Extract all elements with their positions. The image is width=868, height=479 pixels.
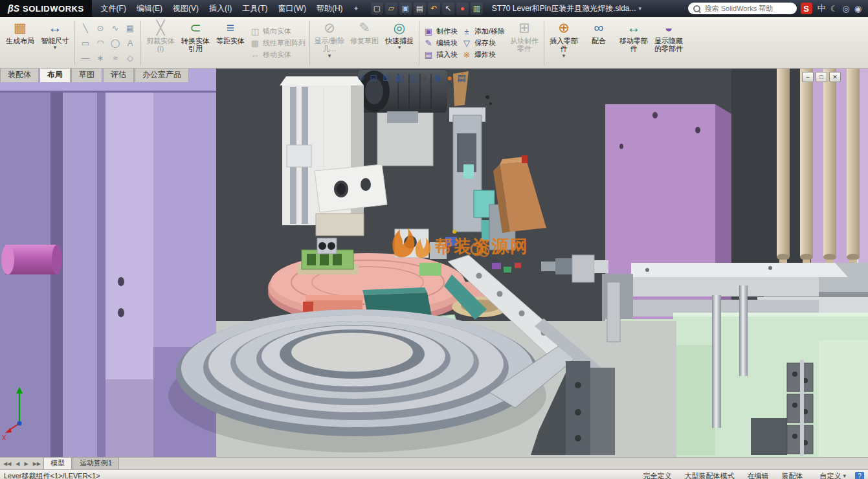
ellipse-icon[interactable]: ◯ xyxy=(108,36,122,50)
select-arrow-icon[interactable]: ↖ xyxy=(442,3,454,15)
rectangle-icon[interactable]: ▭ xyxy=(78,36,93,50)
open-icon[interactable]: ▱ xyxy=(385,3,397,15)
insert-block-button[interactable]: ▤ 插入块 xyxy=(423,50,458,60)
polygon-icon[interactable]: ◇ xyxy=(123,51,137,65)
menu-help[interactable]: 帮助(H) xyxy=(311,1,348,16)
define-state: 完全定义 xyxy=(643,471,671,479)
search-input[interactable] xyxy=(704,4,779,13)
save-block-button[interactable]: ▽ 保存块 xyxy=(462,38,505,48)
print-icon[interactable]: ▤ xyxy=(414,3,426,15)
restore-icon[interactable]: □ xyxy=(816,72,827,82)
arc-icon[interactable]: ◠ xyxy=(93,36,107,50)
scene-icon[interactable]: ▤ xyxy=(458,72,466,83)
zoom-fit-icon[interactable]: ⊡ xyxy=(370,72,378,83)
sphere-icon[interactable]: ◎ xyxy=(842,4,849,14)
insert-components-caret-icon[interactable]: ▾ xyxy=(562,54,566,58)
section-view-icon[interactable]: ◧ xyxy=(395,72,404,83)
viewport-3d[interactable]: 帮装资源网 X 装配体 布局 草图 评估 办公室产品 ↺ ⊡ ⊞ xyxy=(0,69,868,457)
tab-sketch[interactable]: 草图 xyxy=(71,69,102,82)
ribbon-separator xyxy=(309,21,310,65)
camera-icon[interactable]: ▢ xyxy=(471,72,480,83)
tab-model[interactable]: 模型 xyxy=(43,457,72,469)
generate-layout-button[interactable]: ▦ 生成布局 xyxy=(3,18,38,68)
display-delete-caret-icon[interactable]: ▾ xyxy=(328,54,331,58)
appearance-icon[interactable]: ● xyxy=(447,72,452,83)
previous-view-icon[interactable]: ↺ xyxy=(357,72,365,83)
pin-icon[interactable]: ✦ xyxy=(348,3,364,15)
line-icon[interactable]: ╲ xyxy=(78,21,93,36)
tab-layout[interactable]: 布局 xyxy=(39,69,71,82)
spline-icon[interactable]: ∿ xyxy=(108,21,122,36)
move-entities-button[interactable]: ↔ 移动实体 xyxy=(250,50,306,60)
sw-badge-icon[interactable]: S xyxy=(801,3,812,14)
insert-components-button[interactable]: ⊕ 插入零部件 ▾ xyxy=(546,18,581,68)
linear-sketch-pattern-button[interactable]: ▩ 线性草图阵列 xyxy=(250,38,306,48)
clipboard-icon[interactable]: ▥ xyxy=(471,3,483,15)
menu-edit[interactable]: 编辑(E) xyxy=(131,1,168,16)
rebuild-icon[interactable]: ● xyxy=(456,3,469,15)
help-icon[interactable]: ? xyxy=(855,472,864,479)
status-bar: Lever移裁组件<1>/LEVER<1> 完全定义 大型装配体模式 在编辑 装… xyxy=(0,469,868,479)
grid-icon[interactable]: ▦ xyxy=(123,21,137,36)
nav-prev-icon[interactable]: ◀ xyxy=(14,461,21,467)
customize-menu[interactable]: 自定义 ▾ xyxy=(819,471,846,479)
tab-office-products[interactable]: 办公室产品 xyxy=(135,69,189,82)
nav-first-icon[interactable]: ◀◀ xyxy=(1,461,13,467)
search-icon xyxy=(693,5,700,12)
move-entities-icon: ↔ xyxy=(250,50,260,60)
night-mode-icon[interactable]: ☾ xyxy=(830,4,838,14)
zoom-area-icon[interactable]: ⊞ xyxy=(383,72,390,83)
quick-snaps-caret-icon[interactable]: ▾ xyxy=(398,45,401,50)
undo-icon[interactable]: ↶ xyxy=(428,3,440,15)
explode-block-button[interactable]: ※ 爆炸块 xyxy=(462,50,505,60)
assembly-scene[interactable]: 帮装资源网 X xyxy=(0,69,868,457)
edit-block-button[interactable]: ✎ 编辑块 xyxy=(423,38,458,48)
smart-dimension-caret-icon[interactable]: ▾ xyxy=(54,45,57,50)
nav-next-icon[interactable]: ▶ xyxy=(22,461,30,467)
view-orientation-icon[interactable]: ◫ xyxy=(409,72,417,83)
add-remove-icon: ± xyxy=(462,27,472,36)
convert-entities-button[interactable]: ⊂ 转换实体引用 xyxy=(178,18,213,68)
menu-file[interactable]: 文件(F) xyxy=(96,1,131,16)
menu-view[interactable]: 视图(V) xyxy=(168,1,204,16)
smart-dimension-button[interactable]: ↔ 智能尺寸 ▾ xyxy=(38,18,72,68)
tab-evaluate[interactable]: 评估 xyxy=(103,69,134,82)
display-style-icon[interactable]: ◐ xyxy=(423,72,428,83)
smart-dimension-icon: ↔ xyxy=(49,20,62,36)
make-block-button[interactable]: ▣ 制作块 xyxy=(423,27,458,36)
insert-components-icon: ⊕ xyxy=(558,20,570,36)
close-icon[interactable]: ✕ xyxy=(829,72,841,82)
display-delete-relations-button[interactable]: ⊘ 显示/删除几... ▾ xyxy=(312,18,347,68)
point-icon[interactable]: ∗ xyxy=(93,51,107,65)
tab-motion-study[interactable]: 运动算例1 xyxy=(72,457,119,469)
nav-last-icon[interactable]: ▶▶ xyxy=(31,461,43,467)
offset-entities-button[interactable]: ≡ 等距实体 xyxy=(213,18,248,68)
add-remove-button[interactable]: ± 添加/移除 xyxy=(462,27,505,36)
menu-window[interactable]: 窗口(W) xyxy=(273,1,311,16)
minimize-icon[interactable]: – xyxy=(802,72,814,82)
language-icon[interactable]: 中 xyxy=(818,3,826,14)
document-switch-caret-icon[interactable]: ▾ xyxy=(639,5,642,12)
new-doc-icon[interactable]: ▢ xyxy=(371,3,383,15)
wave-icon[interactable]: ≈ xyxy=(108,51,122,65)
hide-show-icon[interactable]: ◉ xyxy=(434,72,441,83)
titlebar: βS SOLIDWORKS 文件(F) 编辑(E) 视图(V) 插入(I) 工具… xyxy=(0,0,868,17)
make-part-from-block-button[interactable]: ⊞ 从块制作零件 xyxy=(507,18,542,68)
mirror-entities-button[interactable]: ◫ 镜向实体 xyxy=(250,27,306,36)
user-icon[interactable]: ◉ xyxy=(854,4,862,14)
mate-icon: ∞ xyxy=(594,20,604,36)
trim-entities-button[interactable]: ╳ 剪裁实体(I) xyxy=(143,18,178,68)
save-icon[interactable]: ▣ xyxy=(399,3,412,15)
move-component-button[interactable]: ↔ 移动零部件 xyxy=(616,18,651,68)
tab-assembly[interactable]: 装配体 xyxy=(0,69,39,82)
repair-sketch-button[interactable]: ✎ 修复草图 xyxy=(347,18,382,68)
centerline-icon[interactable]: — xyxy=(78,51,93,65)
red-pin[interactable] xyxy=(522,155,528,163)
quick-snaps-button[interactable]: ◎ 快速捕捉 ▾ xyxy=(382,18,417,68)
text-icon[interactable]: A xyxy=(123,36,137,50)
mate-button[interactable]: ∞ 配合 xyxy=(581,18,616,68)
menu-tools[interactable]: 工具(T) xyxy=(237,1,273,16)
menu-insert[interactable]: 插入(I) xyxy=(204,1,237,16)
show-hidden-components-button[interactable]: ◒ 显示隐藏的零部件 xyxy=(651,18,686,68)
circle-icon[interactable]: ⊙ xyxy=(93,21,107,36)
